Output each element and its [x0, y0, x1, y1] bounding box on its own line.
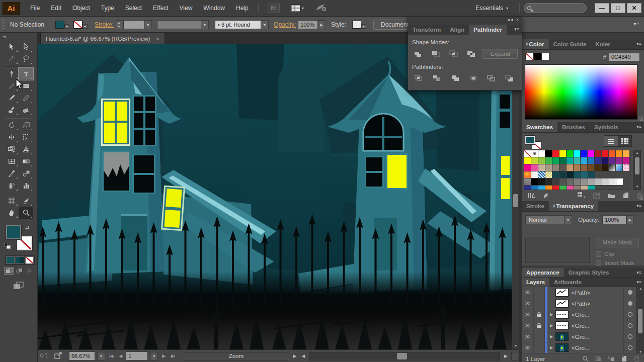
first-artboard-button[interactable]: |◀	[107, 353, 115, 358]
target-circle-icon[interactable]	[623, 331, 636, 342]
swatch[interactable]	[623, 157, 630, 164]
swatch-libraries-icon[interactable]	[527, 192, 536, 200]
layer-label[interactable]: <Path>	[572, 290, 623, 296]
blend-tool[interactable]	[19, 167, 33, 179]
swatch[interactable]	[538, 171, 545, 178]
swatch[interactable]	[609, 178, 616, 186]
panel-menu-icon[interactable]: ▾≡	[636, 41, 641, 46]
swatch[interactable]	[559, 150, 567, 157]
swatch[interactable]	[567, 150, 574, 157]
swatch[interactable]	[588, 164, 595, 171]
swatch[interactable]	[595, 150, 602, 157]
layer-row[interactable]: <Path>	[522, 287, 636, 298]
menu-select[interactable]: Select	[120, 0, 147, 17]
menu-help[interactable]: Help	[230, 0, 254, 17]
layer-thumbnail[interactable]	[555, 332, 569, 341]
expand-arrow-icon[interactable]: ▶	[547, 323, 555, 328]
opacity-field[interactable]: 100%	[298, 20, 318, 29]
swatch[interactable]	[545, 186, 552, 190]
tab-brushes[interactable]: Brushes	[557, 122, 590, 132]
artboard-tool[interactable]	[4, 195, 19, 207]
rotate-tool[interactable]	[4, 119, 19, 131]
tab-color-guide[interactable]: Color Guide	[549, 39, 591, 49]
width-tool[interactable]	[4, 131, 19, 143]
chevron-down-icon[interactable]: ▼	[565, 215, 572, 224]
collapse-tools-icon[interactable]: ◂◂	[0, 33, 37, 40]
layers-scrollbar[interactable]: ▲ ▼	[636, 287, 644, 353]
color-spectrum[interactable]	[525, 64, 637, 120]
swatch[interactable]	[574, 186, 581, 190]
swatch[interactable]	[595, 164, 602, 171]
gradient-tool[interactable]	[19, 155, 33, 167]
new-color-group-icon[interactable]	[607, 193, 615, 200]
swatch[interactable]	[524, 157, 531, 164]
outline-button[interactable]	[485, 73, 498, 84]
zoom-dropdown-icon[interactable]: ▼	[97, 352, 105, 360]
swatch[interactable]	[581, 164, 588, 171]
layer-row[interactable]: <Path>	[522, 298, 636, 309]
swatch[interactable]	[545, 150, 552, 157]
eraser-tool[interactable]	[19, 104, 33, 116]
magic-wand-tool[interactable]	[4, 53, 19, 65]
layer-row[interactable]: ▶<Gro...	[522, 309, 636, 320]
share-icon[interactable]	[54, 352, 62, 360]
swatch[interactable]	[588, 178, 595, 186]
opacity-field[interactable]: 100%	[602, 215, 626, 224]
swatch[interactable]	[552, 171, 559, 178]
swatch-none[interactable]	[524, 150, 531, 157]
clip-checkbox-row[interactable]: Clip	[596, 251, 639, 257]
intersect-button[interactable]	[447, 48, 460, 59]
invert-mask-checkbox-row[interactable]: Invert Mask	[596, 260, 639, 266]
swatch[interactable]	[616, 157, 623, 164]
unite-button[interactable]	[412, 48, 425, 59]
swatch[interactable]	[623, 164, 630, 171]
paintbrush-tool[interactable]	[4, 92, 19, 104]
tab-layers[interactable]: Layers	[522, 278, 549, 287]
opacity-link[interactable]: Opacity:	[274, 21, 296, 28]
target-circle-icon[interactable]	[623, 342, 636, 353]
tab-swatches[interactable]: Swatches	[522, 122, 557, 132]
swatch-options-icon[interactable]	[593, 193, 600, 200]
swatch[interactable]	[588, 157, 595, 164]
tab-symbols[interactable]: Symbols	[590, 122, 623, 132]
swatch[interactable]	[538, 164, 545, 171]
column-graph-tool[interactable]	[19, 179, 33, 192]
width-profile-control[interactable]: ▼	[152, 20, 209, 29]
swatch[interactable]	[531, 157, 538, 164]
scroll-down-icon[interactable]: ▼	[637, 350, 644, 353]
layers-scrollbar-thumb[interactable]	[638, 309, 642, 333]
rectangle-tool[interactable]	[19, 80, 33, 92]
toggle-visibility-cell[interactable]	[522, 342, 534, 353]
swatch[interactable]	[531, 186, 538, 190]
cs-live-icon[interactable]	[315, 4, 326, 13]
blob-brush-tool[interactable]	[4, 104, 19, 116]
direct-selection-tool[interactable]	[19, 41, 33, 53]
layer-label[interactable]: <Gro...	[572, 334, 623, 340]
toggle-lock-cell[interactable]	[534, 320, 545, 331]
mesh-tool[interactable]	[4, 155, 19, 167]
swatch[interactable]	[567, 157, 574, 164]
crop-button[interactable]	[466, 73, 480, 84]
minus-back-button[interactable]	[503, 73, 516, 84]
toggle-lock-cell[interactable]	[534, 298, 545, 309]
swatch[interactable]	[545, 178, 552, 186]
collapse-icons-icon[interactable]: ◂◂	[507, 17, 514, 22]
delete-layer-icon[interactable]	[633, 355, 640, 362]
grid-view-button[interactable]	[618, 136, 631, 146]
blend-mode-select[interactable]: Normal	[525, 215, 565, 224]
last-artboard-button[interactable]: ▶|	[169, 353, 177, 358]
eyedropper-tool[interactable]	[4, 167, 19, 179]
swatch[interactable]	[581, 171, 588, 178]
new-sublayer-icon[interactable]	[608, 355, 615, 362]
swatch[interactable]	[524, 164, 531, 171]
pen-tool[interactable]	[4, 68, 19, 80]
tab-transform[interactable]: Transform	[408, 25, 445, 35]
brush-definition-control[interactable]: • 3 pt. Round ▼	[215, 20, 269, 29]
swatch[interactable]	[574, 164, 581, 171]
hex-value-field[interactable]: 0C4349	[609, 53, 640, 61]
workspace-switcher[interactable]: Essentials ▾	[468, 5, 515, 12]
selection-tool[interactable]	[4, 41, 19, 53]
swatch[interactable]	[602, 157, 609, 164]
lasso-tool[interactable]	[19, 53, 33, 65]
layer-thumbnail[interactable]	[555, 321, 569, 330]
